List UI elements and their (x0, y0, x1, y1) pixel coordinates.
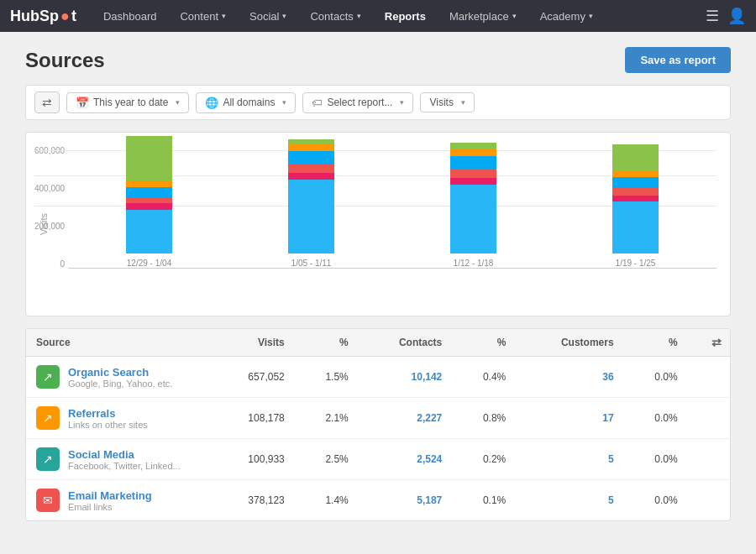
table-header: Source Visits % Contacts % Customers % ⇄ (26, 329, 730, 357)
nav-contacts[interactable]: Contacts ▾ (298, 0, 372, 32)
date-range-label: This year to date (93, 97, 168, 108)
contacts-arrow: ▾ (357, 12, 361, 20)
contacts-email[interactable]: 5,187 (359, 480, 453, 521)
page-title: Sources (25, 49, 105, 72)
customers-pct-email: 0.0% (624, 480, 688, 521)
table-row: ↗ Referrals Links on other sites 108,178… (26, 398, 730, 439)
x-label-3: 1/12 - 1/18 (454, 259, 494, 268)
source-desc-referrals: Links on other sites (68, 420, 148, 430)
page-header: Sources Save as report (25, 47, 731, 73)
source-name-referrals[interactable]: Referrals (68, 407, 148, 420)
nav-social[interactable]: Social ▾ (238, 0, 298, 32)
bar-seg-2-cyan (288, 151, 334, 165)
marketplace-arrow: ▾ (512, 12, 517, 20)
y-label-0: 0 (60, 259, 66, 269)
menu-icon[interactable]: ☰ (706, 7, 719, 25)
save-report-button[interactable]: Save as report (625, 47, 731, 73)
source-info-social: Social Media Facebook, Twitter, Linked..… (68, 448, 181, 471)
bar-seg-4-red (612, 188, 659, 196)
customers-organic[interactable]: 36 (516, 357, 623, 398)
source-icon-social: ↗ (36, 447, 60, 471)
bar-seg-4-blue (612, 201, 659, 253)
col-customers-pct: % (624, 329, 688, 357)
domain-label: All domains (223, 97, 275, 108)
contacts-social[interactable]: 2,524 (359, 439, 453, 480)
source-info-organic: Organic Search Google, Bing, Yahoo, etc. (68, 366, 172, 389)
y-label-200k: 200,000 (34, 222, 65, 231)
nav-icons: ☰ 👤 (706, 7, 746, 25)
top-navigation: HubSp●t Dashboard Content ▾ Social ▾ Con… (0, 0, 756, 32)
chart-inner: 600,000 400,000 200,000 0 (68, 146, 717, 289)
contacts-pct-organic: 0.4% (452, 357, 516, 398)
domain-arrow: ▾ (282, 98, 286, 107)
visits-email: 378,123 (211, 480, 295, 521)
bar-stack-1 (126, 136, 172, 253)
col-actions: ⇄ (688, 329, 730, 357)
customers-referrals[interactable]: 17 (516, 398, 623, 439)
bar-seg-3-pink (450, 178, 496, 185)
tag-icon: 🏷 (312, 97, 323, 109)
col-source: Source (26, 329, 211, 357)
bar-seg-4-cyan (612, 177, 659, 188)
metric-label: Visits (429, 97, 453, 108)
nav-reports[interactable]: Reports (373, 0, 438, 32)
source-name-social[interactable]: Social Media (68, 448, 181, 461)
domain-filter[interactable]: 🌐 All domains ▾ (196, 92, 296, 113)
main-content: Sources Save as report ⇄ 📅 This year to … (0, 32, 756, 554)
customers-social[interactable]: 5 (516, 439, 623, 480)
source-info-referrals: Referrals Links on other sites (68, 407, 148, 430)
contacts-organic[interactable]: 10,142 (359, 357, 453, 398)
chart-group-1: 12/29 - 1/04 (68, 146, 230, 268)
col-customers: Customers (516, 329, 623, 357)
date-range-filter[interactable]: 📅 This year to date ▾ (66, 92, 189, 113)
x-label-2: 1/05 - 1/11 (291, 259, 332, 268)
bar-seg-2-red (288, 165, 334, 173)
bar-stack-3 (450, 143, 496, 253)
y-label-400k: 400,000 (34, 184, 65, 193)
source-name-organic[interactable]: Organic Search (68, 366, 172, 379)
user-icon[interactable]: 👤 (727, 7, 746, 25)
source-cell-social: ↗ Social Media Facebook, Twitter, Linked… (26, 439, 211, 480)
action-referrals (688, 398, 730, 439)
nav-marketplace[interactable]: Marketplace ▾ (438, 0, 528, 32)
col-visits: Visits (211, 329, 295, 357)
bar-seg-4-pink (612, 196, 659, 201)
nav-content[interactable]: Content ▾ (168, 0, 238, 32)
source-cell-organic: ↗ Organic Search Google, Bing, Yahoo, et… (26, 357, 211, 398)
chart-group-3: 1/12 - 1/18 (392, 146, 554, 268)
source-name-email[interactable]: Email Marketing (68, 489, 152, 502)
bar-seg-1-cyan (126, 187, 172, 197)
filter-bar: ⇄ 📅 This year to date ▾ 🌐 All domains ▾ … (25, 85, 731, 120)
source-info-email: Email Marketing Email links (68, 489, 152, 512)
customers-email[interactable]: 5 (516, 480, 623, 521)
metric-filter[interactable]: Visits ▾ (420, 92, 474, 112)
globe-icon: 🌐 (205, 97, 218, 109)
action-social (688, 439, 730, 480)
x-label-1: 12/29 - 1/04 (127, 259, 171, 268)
visits-pct-social: 2.5% (295, 439, 359, 480)
contacts-pct-referrals: 0.8% (452, 398, 516, 439)
bar-seg-1-red (126, 197, 172, 203)
date-range-arrow: ▾ (176, 98, 180, 107)
nav-dashboard[interactable]: Dashboard (92, 0, 169, 32)
hubspot-logo: HubSp●t (10, 8, 76, 25)
source-cell-referrals: ↗ Referrals Links on other sites (26, 398, 211, 439)
table-row: ↗ Social Media Facebook, Twitter, Linked… (26, 439, 730, 480)
bar-seg-3-cyan (450, 156, 496, 170)
bar-seg-2-pink (288, 173, 334, 180)
nav-academy[interactable]: Academy ▾ (528, 0, 605, 32)
table-body: ↗ Organic Search Google, Bing, Yahoo, et… (26, 357, 730, 521)
bar-seg-1-blue (126, 210, 172, 253)
table-row: ✉ Email Marketing Email links 378,123 1.… (26, 480, 730, 521)
logo-hub-text: HubSp (10, 8, 59, 25)
calendar-icon: 📅 (76, 97, 89, 109)
bar-seg-3-orange (450, 149, 496, 156)
report-filter[interactable]: 🏷 Select report... ▾ (302, 92, 413, 113)
filter-settings-button[interactable]: ⇄ (34, 91, 60, 113)
contacts-referrals[interactable]: 2,227 (359, 398, 453, 439)
source-desc-organic: Google, Bing, Yahoo, etc. (68, 379, 172, 389)
sources-table: Source Visits % Contacts % Customers % ⇄ (26, 329, 730, 520)
table-settings-icon[interactable]: ⇄ (711, 336, 722, 349)
contacts-pct-social: 0.2% (452, 439, 516, 480)
bar-seg-1-green (126, 136, 172, 180)
